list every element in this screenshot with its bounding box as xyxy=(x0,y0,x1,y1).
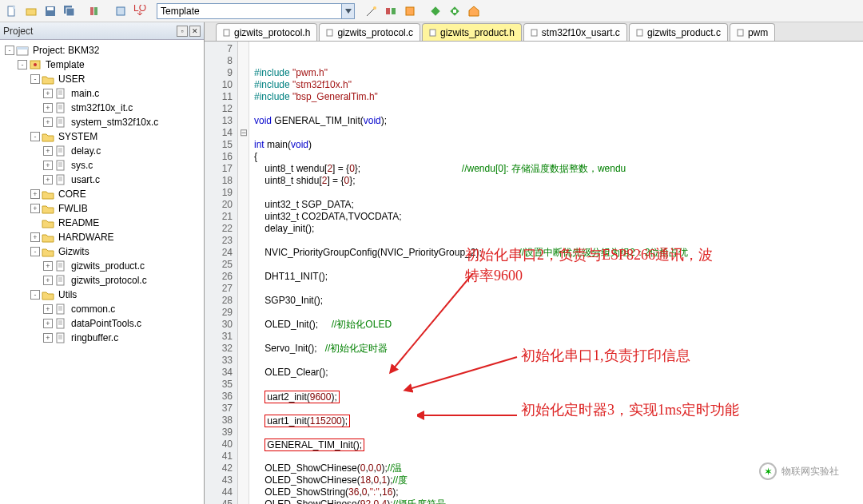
tree-twisty[interactable]: - xyxy=(30,74,40,84)
tree-item[interactable]: +gizwits_protocol.c xyxy=(2,273,202,288)
code-line[interactable]: uint8_t wendu[2] = {0}; //wendu[0]: 存储温度… xyxy=(254,163,863,175)
sidebar-close-button[interactable]: ✕ xyxy=(189,26,201,37)
code-line[interactable]: uint8_t shidu[2] = {0}; xyxy=(254,175,863,187)
code-line[interactable]: { xyxy=(254,151,863,163)
tree-item[interactable]: +FWLIB xyxy=(2,201,202,216)
target-combo[interactable] xyxy=(157,3,355,19)
code-area[interactable]: #include "pwm.h"#include "stm32f10x.h"#i… xyxy=(249,42,863,504)
code-line[interactable] xyxy=(254,331,863,343)
editor-tab[interactable]: stm32f10x_usart.c xyxy=(523,23,627,41)
tree-item[interactable]: -Utils xyxy=(2,288,202,302)
editor-tab[interactable]: gizwits_product.h xyxy=(422,23,522,41)
project-tree[interactable]: -Project: BKM32-Template-USER+main.c+stm… xyxy=(0,40,204,487)
tree-item[interactable]: +sys.c xyxy=(2,158,202,173)
code-line[interactable]: void GENERAL_TIM_Init(void); xyxy=(254,115,863,127)
tree-twisty[interactable] xyxy=(30,218,40,228)
code-line[interactable] xyxy=(254,450,863,462)
code-line[interactable]: delay_init(); xyxy=(254,223,863,235)
target-combo-input[interactable] xyxy=(157,6,341,17)
code-line[interactable] xyxy=(254,379,863,391)
open-icon[interactable] xyxy=(22,2,40,20)
code-line[interactable]: uint32_t SGP_DATA; xyxy=(254,199,863,211)
tree-twisty[interactable]: - xyxy=(30,290,40,300)
tree-twisty[interactable]: + xyxy=(43,117,53,127)
tree-item[interactable]: -USER xyxy=(2,72,202,86)
combo-dropdown-icon[interactable] xyxy=(341,4,354,18)
sidebar-dock-button[interactable]: ▫ xyxy=(177,26,188,37)
home-icon[interactable] xyxy=(465,2,483,20)
code-line[interactable] xyxy=(254,103,863,115)
save-icon[interactable] xyxy=(42,2,59,20)
code-line[interactable]: int main(void) xyxy=(254,139,863,151)
tree-twisty[interactable]: + xyxy=(43,103,53,113)
debug-icon[interactable] xyxy=(427,2,444,20)
load-icon[interactable]: LOAD xyxy=(131,2,149,20)
folder-icon xyxy=(42,203,54,214)
annotation-timer: 初始化定时器3，实现1ms定时功能 xyxy=(521,399,761,420)
tree-item[interactable]: +gizwits_product.c xyxy=(2,259,202,273)
svg-rect-19 xyxy=(17,47,28,50)
save-all-icon[interactable] xyxy=(61,2,78,20)
code-line[interactable] xyxy=(254,307,863,319)
tree-item[interactable]: +stm32f10x_it.c xyxy=(2,101,202,115)
tree-item[interactable]: -SYSTEM xyxy=(2,129,202,144)
tree-twisty[interactable]: + xyxy=(43,89,53,98)
code-line[interactable]: #include "bsp_GeneralTim.h" xyxy=(254,91,863,103)
tree-twisty[interactable]: + xyxy=(30,232,40,242)
tree-twisty[interactable]: + xyxy=(43,276,53,285)
tree-item[interactable]: -Template xyxy=(2,58,202,72)
code-line[interactable]: uint32_t CO2DATA,TVOCDATA; xyxy=(254,211,863,223)
tree-twisty[interactable]: + xyxy=(43,319,53,328)
tree-item[interactable]: +CORE xyxy=(2,187,202,201)
editor-tab[interactable]: gizwits_product.c xyxy=(629,23,728,41)
tree-twisty[interactable]: + xyxy=(30,189,40,199)
code-line[interactable] xyxy=(254,187,863,199)
editor-tab[interactable]: gizwits_protocol.c xyxy=(319,23,420,41)
arrow-2 xyxy=(401,353,521,393)
tree-twisty[interactable]: - xyxy=(30,132,40,141)
tree-item[interactable]: +main.c xyxy=(2,86,202,101)
wand-icon[interactable] xyxy=(363,2,380,20)
svg-rect-30 xyxy=(57,304,64,314)
tree-item[interactable]: -Project: BKM32 xyxy=(2,43,202,58)
tree-item[interactable]: +delay.c xyxy=(2,144,202,158)
code-line[interactable]: GENERAL_TIM_Init(); xyxy=(254,439,863,450)
tree-twisty[interactable]: + xyxy=(43,261,53,271)
new-file-icon[interactable] xyxy=(3,2,21,20)
tree-item[interactable]: +HARDWARE xyxy=(2,230,202,244)
tree-twisty[interactable]: + xyxy=(43,175,53,185)
tree-twisty[interactable]: - xyxy=(18,60,27,69)
tree-item[interactable]: -Gizwits xyxy=(2,244,202,259)
tree-twisty[interactable]: + xyxy=(43,333,53,343)
tree-twisty[interactable]: + xyxy=(43,161,53,170)
code-line[interactable] xyxy=(254,427,863,439)
tree-item[interactable]: README xyxy=(2,216,202,230)
tree-item[interactable]: +common.c xyxy=(2,302,202,316)
editor-tab[interactable]: pwm xyxy=(730,23,775,41)
tree-item[interactable]: +ringbuffer.c xyxy=(2,331,202,345)
code-line[interactable]: OLED_ShowString(36,0,":",16); xyxy=(254,486,863,498)
options-icon[interactable] xyxy=(382,2,400,20)
tree-item[interactable]: +dataPointTools.c xyxy=(2,316,202,331)
folder-icon xyxy=(42,131,54,142)
tree-twisty[interactable]: - xyxy=(5,46,14,55)
editor-tab[interactable]: gizwits_protocol.h xyxy=(216,23,317,41)
file-icon xyxy=(54,102,67,113)
tree-item[interactable]: +usart.c xyxy=(2,173,202,187)
build-icon[interactable] xyxy=(112,2,129,20)
tree-twisty[interactable]: + xyxy=(43,146,53,156)
stop-icon[interactable] xyxy=(446,2,463,20)
manage-icon[interactable] xyxy=(401,2,419,20)
code-line[interactable]: OLED_Clear(); xyxy=(254,367,863,379)
books-icon[interactable] xyxy=(86,2,104,20)
tree-twisty[interactable]: + xyxy=(43,304,53,314)
code-line[interactable]: SGP30_Init(); xyxy=(254,295,863,307)
code-line[interactable]: OLED_ShowCHinese(92,0,4);//摄氏度符号 xyxy=(254,498,863,504)
code-line[interactable] xyxy=(254,127,863,139)
tree-twisty[interactable]: - xyxy=(30,247,40,256)
tree-item[interactable]: +system_stm32f10x.c xyxy=(2,115,202,129)
code-line[interactable]: #include "pwm.h" xyxy=(254,67,863,79)
code-line[interactable]: OLED_Init(); //初始化OLED xyxy=(254,319,863,331)
code-line[interactable]: #include "stm32f10x.h" xyxy=(254,79,863,91)
tree-twisty[interactable]: + xyxy=(30,204,40,213)
